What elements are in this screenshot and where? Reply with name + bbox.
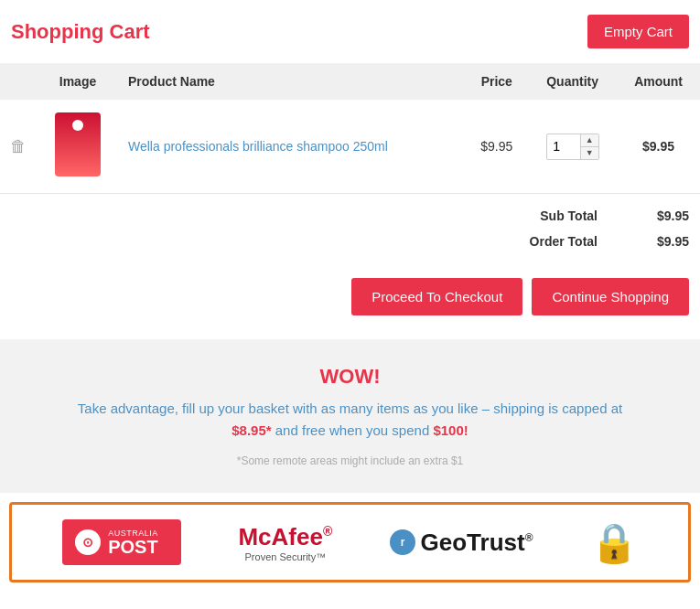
promo-wow: WOW! [27, 365, 673, 389]
col-delete [0, 63, 37, 100]
page-header: Shopping Cart Empty Cart [0, 0, 700, 63]
order-total-label: Order Total [506, 234, 616, 249]
delete-cell: 🗑 [0, 100, 37, 194]
australia-post-badge: ⊙ Australia POST [62, 519, 181, 565]
aus-post-icon: ⊙ [75, 529, 101, 555]
promo-banner: WOW! Take advantage, fill up your basket… [0, 339, 700, 493]
order-total-row: Order Total $9.95 [11, 229, 689, 254]
product-link[interactable]: Wella professionals brilliance shampoo 2… [128, 139, 388, 154]
mcafee-badge: McAfee® Proven Security™ [238, 523, 332, 562]
product-name-cell: Wella professionals brilliance shampoo 2… [119, 100, 466, 194]
geotrust-icon: r [390, 529, 415, 555]
subtotal-label: Sub Total [506, 208, 616, 223]
promo-highlight-1: $8.95* [232, 422, 271, 438]
qty-up-button[interactable]: ▲ [581, 134, 598, 147]
aus-post-text: Australia POST [108, 529, 158, 556]
quantity-cell: ▲ ▼ [528, 100, 617, 194]
amount-cell: $9.95 [617, 100, 700, 194]
promo-text-before: Take advantage, fill up your basket with… [78, 401, 622, 416]
col-image: Image [37, 63, 119, 100]
promo-note: *Some remote areas might include an extr… [27, 454, 673, 467]
delete-icon[interactable]: 🗑 [10, 137, 27, 155]
aus-post-name: POST [108, 538, 158, 556]
col-price: Price [466, 63, 529, 100]
continue-shopping-button[interactable]: Continue Shopping [532, 278, 689, 315]
lock-icon: 🔒 [590, 520, 638, 565]
promo-text-middle: and free when you spend [275, 422, 429, 438]
mcafee-name: McAfee® [238, 523, 332, 551]
svg-text:r: r [400, 536, 404, 549]
col-amount: Amount [617, 63, 700, 100]
qty-arrows: ▲ ▼ [580, 134, 598, 159]
totals-section: Sub Total $9.95 Order Total $9.95 [0, 194, 700, 263]
mcafee-sub: Proven Security™ [238, 551, 332, 562]
page-title: Shopping Cart [11, 20, 150, 44]
subtotal-value: $9.95 [616, 208, 689, 223]
trust-section: ⊙ Australia POST McAfee® Proven Security… [9, 502, 691, 582]
col-product-name: Product Name [119, 63, 466, 100]
image-cell [37, 100, 119, 194]
col-quantity: Quantity [528, 63, 617, 100]
order-total-value: $9.95 [616, 234, 689, 249]
product-image [55, 112, 101, 176]
qty-down-button[interactable]: ▼ [581, 147, 598, 159]
promo-text: Take advantage, fill up your basket with… [27, 398, 673, 442]
geotrust-name: GeoTrust® [421, 529, 533, 557]
geotrust-badge: r GeoTrust® [390, 529, 533, 557]
subtotal-row: Sub Total $9.95 [11, 203, 689, 229]
table-row: 🗑 Wella professionals brilliance shampoo… [0, 100, 700, 194]
quantity-spinner[interactable]: ▲ ▼ [546, 134, 599, 160]
action-buttons: Proceed To Checkout Continue Shopping [0, 263, 700, 330]
quantity-input[interactable] [547, 135, 580, 157]
empty-cart-button[interactable]: Empty Cart [587, 15, 689, 48]
promo-highlight-2: $100! [433, 422, 468, 438]
proceed-to-checkout-button[interactable]: Proceed To Checkout [351, 278, 522, 315]
table-header-row: Image Product Name Price Quantity Amount [0, 63, 700, 100]
cart-table: Image Product Name Price Quantity Amount… [0, 63, 700, 194]
price-cell: $9.95 [466, 100, 529, 194]
